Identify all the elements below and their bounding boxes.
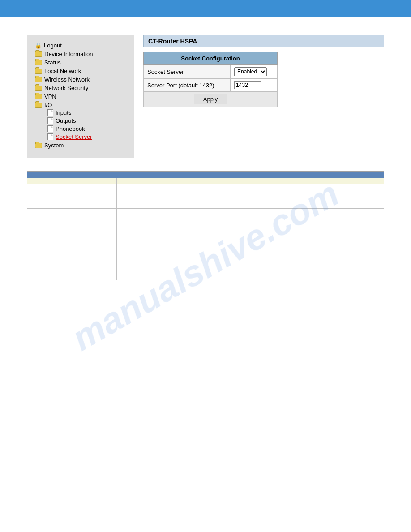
sidebar-item-socket-label: Socket Server xyxy=(56,133,92,140)
apply-button[interactable]: Apply xyxy=(194,94,227,104)
sidebar-item-logout[interactable]: 🔓 Logout xyxy=(35,42,126,49)
sidebar-item-vpn[interactable]: VPN xyxy=(35,93,126,100)
doc-icon-outputs xyxy=(47,117,53,124)
subheader-col-right xyxy=(117,178,384,184)
data-row1-col-left xyxy=(27,184,117,209)
folder-icon-local xyxy=(35,69,42,74)
socket-server-control: Enabled Disabled xyxy=(231,65,278,79)
sidebar-item-netsec-label: Network Security xyxy=(44,85,88,91)
server-port-label: Server Port (default 1432) xyxy=(144,79,231,92)
main-content: 🔓 Logout Device Information Status xyxy=(0,17,411,294)
doc-icon-socket xyxy=(47,133,53,140)
apply-row: Apply xyxy=(144,92,278,107)
data-row1-col-right xyxy=(117,184,384,209)
data-row2-col-right xyxy=(117,209,384,280)
bottom-table xyxy=(27,171,384,280)
bottom-table-row1 xyxy=(27,184,384,209)
sidebar-item-logout-label: Logout xyxy=(44,42,62,49)
sidebar-item-system[interactable]: System xyxy=(35,142,126,149)
folder-icon-wireless xyxy=(35,77,42,82)
sidebar: 🔓 Logout Device Information Status xyxy=(27,35,134,158)
panel-title: CT-Router HSPA xyxy=(143,35,384,47)
socket-server-row: Socket Server Enabled Disabled xyxy=(144,65,278,79)
lock-icon: 🔓 xyxy=(35,43,42,49)
sidebar-item-phonebook-label: Phonebook xyxy=(56,125,85,132)
sidebar-item-local-label: Local Network xyxy=(44,68,81,74)
sidebar-item-system-label: System xyxy=(44,142,64,149)
sidebar-item-io-label: I/O xyxy=(44,102,52,108)
bottom-table-header xyxy=(27,172,384,178)
sidebar-item-outputs-label: Outputs xyxy=(56,117,76,124)
folder-icon-io xyxy=(35,103,42,108)
sidebar-item-socket-server[interactable]: Socket Server xyxy=(47,133,126,140)
sidebar-item-wireless-network[interactable]: Wireless Network xyxy=(35,76,126,83)
folder-icon-device xyxy=(35,51,42,57)
sidebar-item-inputs-label: Inputs xyxy=(56,109,71,116)
bottom-table-wrapper xyxy=(27,171,384,280)
server-port-input[interactable] xyxy=(234,81,261,89)
sidebar-item-device-label: Device Information xyxy=(44,51,93,57)
doc-icon-phonebook xyxy=(47,125,53,132)
sidebar-item-status-label: Status xyxy=(44,59,61,66)
apply-cell: Apply xyxy=(144,92,278,107)
bottom-table-header-row xyxy=(27,172,384,178)
socket-server-select[interactable]: Enabled Disabled xyxy=(234,67,267,76)
socket-server-label: Socket Server xyxy=(144,65,231,79)
config-table: Socket Configuration Socket Server Enabl… xyxy=(143,52,278,107)
sidebar-item-network-security[interactable]: Network Security xyxy=(35,85,126,91)
sidebar-item-vpn-label: VPN xyxy=(44,93,56,100)
sidebar-item-status[interactable]: Status xyxy=(35,59,126,66)
sidebar-item-inputs[interactable]: Inputs xyxy=(47,109,126,116)
bottom-table-subheader-row xyxy=(27,178,384,184)
folder-icon-netsec xyxy=(35,86,42,91)
server-port-row: Server Port (default 1432) xyxy=(144,79,278,92)
sidebar-item-outputs[interactable]: Outputs xyxy=(47,117,126,124)
folder-icon-system xyxy=(35,143,42,148)
subheader-col-left xyxy=(27,178,117,184)
data-row2-col-left xyxy=(27,209,117,280)
sidebar-item-phonebook[interactable]: Phonebook xyxy=(47,125,126,132)
folder-icon-status xyxy=(35,60,42,65)
server-port-control xyxy=(231,79,278,92)
sidebar-item-io[interactable]: I/O xyxy=(35,102,126,108)
sidebar-item-local-network[interactable]: Local Network xyxy=(35,68,126,74)
top-bar xyxy=(0,0,411,17)
config-section-header: Socket Configuration xyxy=(144,52,278,65)
right-panel: CT-Router HSPA Socket Configuration Sock… xyxy=(143,35,384,158)
sidebar-item-wireless-label: Wireless Network xyxy=(44,76,90,83)
layout: 🔓 Logout Device Information Status xyxy=(27,35,384,158)
doc-icon-inputs xyxy=(47,109,53,116)
bottom-table-row2 xyxy=(27,209,384,280)
sidebar-item-device-information[interactable]: Device Information xyxy=(35,51,126,57)
folder-icon-vpn xyxy=(35,94,42,99)
